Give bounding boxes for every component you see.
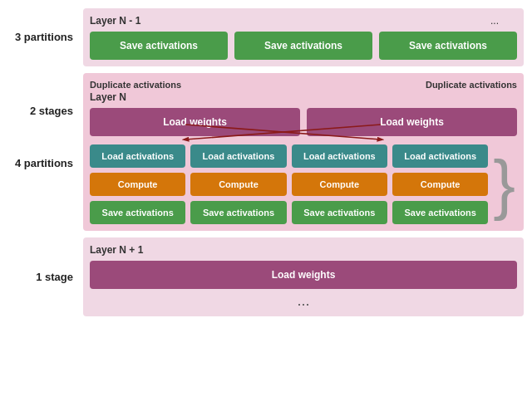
middle-layer-label: Layer N <box>90 91 517 103</box>
load-weights-row: Load weights Load weights <box>90 108 517 136</box>
load-act-btn-2[interactable]: Load activations <box>190 144 286 168</box>
bottom-section: 1 stage Layer N + 1 Load weights ... <box>8 237 524 316</box>
load-weights-btn-2[interactable]: Load weights <box>307 108 517 136</box>
dup-labels-row: Duplicate activations Duplicate activati… <box>90 80 517 91</box>
top-panel: Layer N - 1 ... Save activations Save ac… <box>83 8 524 66</box>
bottom-layer-label: Layer N + 1 <box>90 244 517 256</box>
bottom-load-weights-btn[interactable]: Load weights <box>90 261 517 289</box>
curly-brace-icon: } <box>491 144 517 224</box>
load-weights-area: Load weights Load weights <box>90 108 517 136</box>
bottom-dots: ... <box>90 289 517 310</box>
dup-left-label: Duplicate activations <box>90 80 181 90</box>
compute-btn-1[interactable]: Compute <box>90 173 185 196</box>
save-act-btn-1[interactable]: Save activations <box>90 201 185 224</box>
load-act-btn-1[interactable]: Load activations <box>90 144 185 168</box>
load-act-btn-3[interactable]: Load activations <box>292 144 387 168</box>
load-weights-btn-1[interactable]: Load weights <box>90 108 300 136</box>
compute-btn-2[interactable]: Compute <box>190 173 286 196</box>
top-save-btn-1[interactable]: Save activations <box>90 32 228 60</box>
four-partitions-row: Load activations Load activations Load a… <box>90 144 517 224</box>
stages-label: 2 stages <box>8 96 83 117</box>
compute-row: Compute Compute Compute Compute <box>90 173 488 196</box>
four-partitions-grid: Load activations Load activations Load a… <box>90 144 488 224</box>
bottom-btn-row: Load weights <box>90 261 517 289</box>
top-sublabel: ... <box>490 15 499 27</box>
load-act-btn-4[interactable]: Load activations <box>392 144 488 168</box>
save-act-btn-4[interactable]: Save activations <box>392 201 488 224</box>
save-act-btn-2[interactable]: Save activations <box>190 201 286 224</box>
middle-labels: 2 stages 4 partitions <box>8 73 83 169</box>
top-save-btn-3[interactable]: Save activations <box>379 32 517 60</box>
dup-right-label: Duplicate activations <box>426 80 517 90</box>
save-act-btn-3[interactable]: Save activations <box>292 201 387 224</box>
load-act-row: Load activations Load activations Load a… <box>90 144 488 168</box>
top-save-btn-2[interactable]: Save activations <box>234 32 372 60</box>
top-section: 3 partitions Layer N - 1 ... Save activa… <box>8 8 524 66</box>
bottom-panel: Layer N + 1 Load weights ... <box>83 237 524 316</box>
middle-area: 2 stages 4 partitions Duplicate activati… <box>8 73 524 231</box>
compute-btn-3[interactable]: Compute <box>292 173 387 196</box>
diagram-container: 3 partitions Layer N - 1 ... Save activa… <box>0 0 532 416</box>
bottom-label: 1 stage <box>8 271 83 284</box>
top-layer-label: Layer N - 1 <box>90 15 517 27</box>
top-btn-row: Save activations Save activations Save a… <box>90 32 517 60</box>
middle-panel: Duplicate activations Duplicate activati… <box>83 73 524 231</box>
compute-btn-4[interactable]: Compute <box>392 173 488 196</box>
save-act-row: Save activations Save activations Save a… <box>90 201 488 224</box>
partitions-label: 4 partitions <box>8 132 83 169</box>
top-label: 3 partitions <box>8 31 83 44</box>
